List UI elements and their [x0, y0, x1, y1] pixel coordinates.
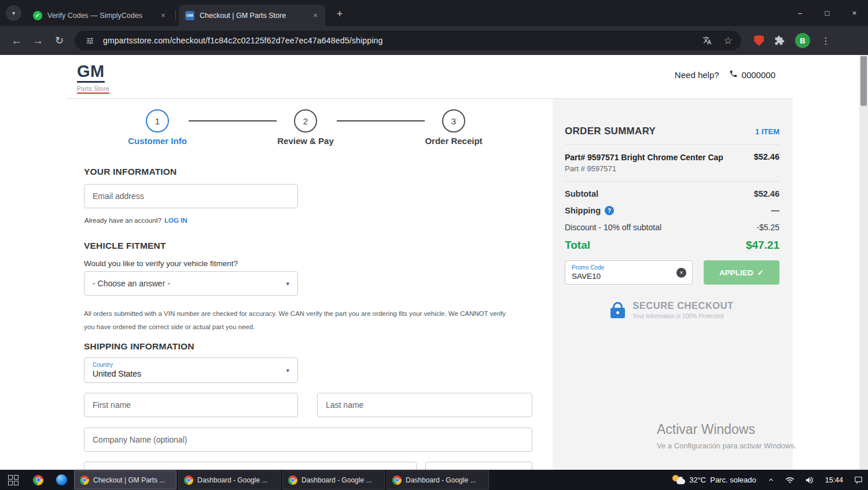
email-field[interactable]: [84, 184, 298, 208]
account-line: Already have an account? LOG IN: [84, 217, 187, 224]
weather-icon: [672, 474, 685, 485]
new-tab-button[interactable]: +: [332, 6, 347, 21]
summary-divider: [565, 181, 779, 182]
step-2-circle[interactable]: 2: [294, 109, 317, 132]
header-divider: [67, 98, 793, 99]
taskbar-window-dashboard-1[interactable]: Dashboard - Google ...: [178, 470, 281, 489]
reload-button[interactable]: ↻: [49, 30, 70, 51]
tab-simplycodes[interactable]: ✓ Verify Codes — SimplyCodes ×: [27, 5, 173, 26]
chevron-down-icon: ▾: [286, 280, 289, 288]
secure-checkout: SECURE CHECKOUT Your Information is 100%…: [565, 300, 779, 319]
notifications-icon[interactable]: [849, 470, 868, 490]
bookmark-star-icon[interactable]: ☆: [720, 33, 735, 48]
promo-row: Promo Code SAVE10 × APPLIED ✓: [565, 260, 779, 285]
url-bar[interactable]: gmpartsstore.com/checkout/f1c84c2c02125f…: [75, 31, 741, 50]
close-window-button[interactable]: ×: [841, 0, 868, 26]
phone-link[interactable]: 0000000: [729, 69, 775, 80]
back-button[interactable]: ←: [6, 30, 27, 51]
shipping-label: Shipping: [565, 206, 601, 215]
taskbar-chrome-icon[interactable]: [27, 470, 50, 490]
system-tray: 32°C Parc. soleado 15:44: [666, 470, 868, 490]
product-price: $52.46: [754, 152, 779, 163]
partial-input-left[interactable]: [84, 462, 417, 470]
tab-title: Checkout | GM Parts Store: [200, 12, 306, 20]
subtotal-value: $52.46: [754, 189, 779, 198]
phone-number: 0000000: [742, 70, 775, 80]
tab-title: Verify Codes — SimplyCodes: [47, 12, 153, 20]
lock-icon: [610, 302, 625, 318]
product-name: Part# 9597571 Bright Chrome Center Cap: [565, 152, 734, 163]
browser-navbar: ← → ↻ gmpartsstore.com/checkout/f1c84c2c…: [0, 26, 868, 55]
step-3-label[interactable]: Order Receipt: [425, 136, 482, 146]
tab-checkout-active[interactable]: GM Checkout | GM Parts Store ×: [179, 5, 325, 26]
taskbar-window-dashboard-2[interactable]: Dashboard - Google ...: [282, 470, 385, 489]
shipping-row: Shipping ? —: [565, 206, 779, 215]
taskbar-window-dashboard-3[interactable]: Dashboard - Google ...: [387, 470, 489, 489]
country-select[interactable]: Country United States ▾: [84, 358, 298, 383]
extensions-puzzle-icon[interactable]: [772, 33, 787, 48]
promo-code-value: SAVE10: [572, 272, 674, 281]
tray-chevron-up-icon[interactable]: [762, 470, 780, 490]
promo-code-field[interactable]: Promo Code SAVE10 ×: [565, 260, 693, 285]
chrome-icon: [392, 476, 402, 485]
page-scrollbar[interactable]: [859, 55, 868, 470]
scrollbar-thumb[interactable]: [860, 56, 867, 106]
url-text[interactable]: gmpartsstore.com/checkout/f1c84c2c02125f…: [103, 36, 694, 45]
need-help-label: Need help?: [675, 70, 719, 80]
step-2-label[interactable]: Review & Pay: [277, 136, 334, 146]
login-link[interactable]: LOG IN: [164, 217, 187, 224]
applied-label: APPLIED: [719, 268, 753, 277]
first-name-field[interactable]: [84, 393, 298, 417]
fitment-select[interactable]: - Choose an answer - ▾: [84, 271, 298, 296]
translate-icon[interactable]: [700, 33, 715, 48]
close-tab-icon[interactable]: ×: [311, 11, 320, 20]
total-label: Total: [565, 239, 590, 252]
gm-favicon: GM: [185, 11, 194, 20]
step-1-circle[interactable]: 1: [146, 109, 169, 132]
maximize-button[interactable]: □: [814, 0, 841, 26]
tab-search-button[interactable]: ▾: [6, 5, 21, 21]
weather-widget[interactable]: 32°C Parc. soleado: [666, 470, 762, 490]
taskbar-window-checkout[interactable]: Checkout | GM Parts ...: [74, 470, 176, 489]
forward-button[interactable]: →: [27, 30, 49, 51]
promo-applied-button[interactable]: APPLIED ✓: [704, 260, 779, 285]
close-tab-icon[interactable]: ×: [159, 11, 168, 20]
gm-parts-store-logo[interactable]: GM Parts Store: [77, 63, 109, 94]
subtotal-row: Subtotal $52.46: [565, 189, 779, 198]
network-icon[interactable]: [780, 470, 800, 490]
country-value: United States: [93, 369, 141, 380]
company-name-field[interactable]: [84, 428, 532, 452]
taskbar-window-label: Checkout | GM Parts ...: [93, 476, 165, 484]
site-info-icon[interactable]: [82, 33, 97, 48]
chrome-icon: [288, 476, 297, 485]
shipping-information-title: SHIPPING INFORMATION: [84, 341, 194, 352]
watermark-line1: Activar Windows: [657, 422, 796, 437]
step-connector: [337, 120, 425, 121]
your-information-title: YOUR INFORMATION: [84, 167, 177, 177]
volume-icon[interactable]: [800, 470, 819, 490]
clock[interactable]: 15:44: [819, 476, 849, 484]
shipping-help-icon[interactable]: ?: [605, 206, 614, 215]
navbar-extensions-area: B ⋮: [754, 33, 833, 48]
simplycodes-favicon: ✓: [33, 11, 42, 20]
check-icon: ✓: [757, 268, 764, 277]
discount-row: Discount - 10% off subtotal -$5.25: [565, 223, 779, 232]
start-button[interactable]: [0, 470, 27, 490]
fitment-select-value: - Choose an answer -: [93, 279, 170, 288]
taskbar-window-label: Dashboard - Google ...: [406, 476, 476, 484]
product-row: Part# 9597571 Bright Chrome Center Cap $…: [565, 152, 779, 163]
partial-input-right[interactable]: [425, 462, 532, 470]
last-name-field[interactable]: [317, 393, 532, 417]
product-part-number: Part # 9597571: [565, 164, 779, 173]
step-3-circle[interactable]: 3: [442, 109, 465, 132]
step-number: 2: [303, 116, 308, 126]
step-1-label[interactable]: Customer Info: [128, 136, 187, 146]
subtotal-label: Subtotal: [565, 189, 598, 198]
adblock-extension-icon[interactable]: [754, 35, 764, 46]
browser-menu-icon[interactable]: ⋮: [818, 35, 833, 46]
logo-gm-text: GM: [77, 63, 105, 83]
profile-avatar[interactable]: B: [795, 33, 810, 48]
minimize-button[interactable]: –: [786, 0, 814, 26]
promo-clear-icon[interactable]: ×: [676, 268, 686, 278]
taskbar-browser-icon[interactable]: [50, 470, 73, 490]
